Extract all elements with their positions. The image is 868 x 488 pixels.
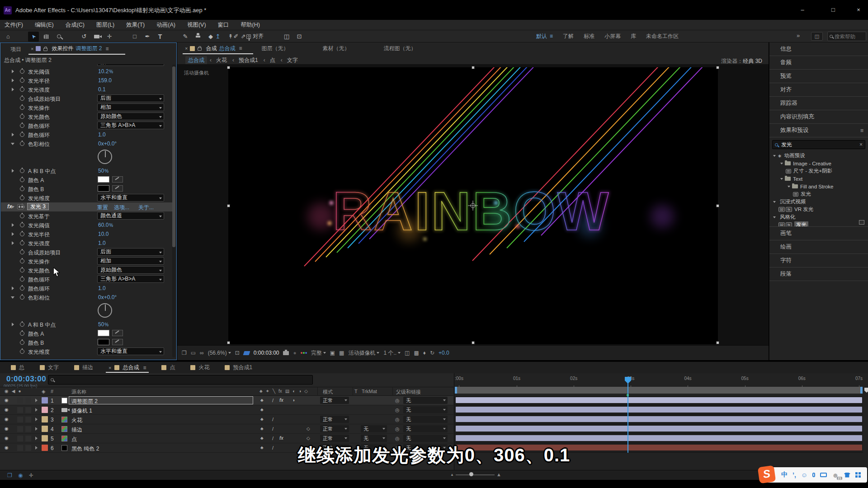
- property-value[interactable]: 60.0%: [98, 222, 113, 228]
- tree-item[interactable]: 沉浸式视频: [771, 198, 868, 206]
- parent-dropdown[interactable]: 无: [403, 425, 448, 432]
- camera-tool[interactable]: [91, 32, 102, 42]
- pickwhip-icon[interactable]: [395, 407, 400, 413]
- ime-emoji-button[interactable]: ☺: [801, 471, 807, 479]
- panel-menu-icon[interactable]: ≡: [105, 46, 108, 52]
- layer-duration-row[interactable]: [455, 396, 863, 405]
- effect-property-row[interactable]: 颜色 A: [1, 175, 173, 184]
- effect-property-row[interactable]: 颜色循环 三角形 A>B>A 三角形 A>B>A: [1, 121, 173, 130]
- property-value[interactable]: 10.2%: [98, 68, 113, 75]
- effect-property-row[interactable]: 颜色循环 三角形 A>B>A 三角形 A>B>A: [1, 275, 173, 284]
- fast-preview-icon[interactable]: ▩: [414, 350, 419, 356]
- current-time-display[interactable]: 0:00:03:00: [6, 375, 46, 384]
- tree-item[interactable]: Image - Creative: [771, 160, 868, 167]
- menu-item[interactable]: 编辑(E): [35, 21, 54, 29]
- menu-item[interactable]: 窗口: [218, 21, 229, 29]
- workspace-item[interactable]: 未命名工作区: [646, 33, 679, 40]
- breadcrumb-item[interactable]: 火花: [207, 56, 230, 65]
- quality-switch[interactable]: [272, 426, 274, 432]
- layer-color-chip[interactable]: [42, 397, 48, 404]
- zoom-in-icon[interactable]: ▲: [496, 472, 501, 477]
- eye-icon[interactable]: [5, 417, 9, 422]
- shape-tool[interactable]: □: [129, 32, 140, 42]
- twirl-icon[interactable]: [12, 232, 14, 236]
- ime-mic-button[interactable]: [812, 473, 815, 477]
- workspace-item[interactable]: 默认: [536, 33, 553, 40]
- stopwatch-icon[interactable]: [20, 123, 24, 128]
- close-tab-icon[interactable]: ×: [31, 46, 33, 52]
- stopwatch-icon[interactable]: [20, 187, 24, 191]
- property-value[interactable]: 1.0: [98, 285, 106, 291]
- eyedropper-icon[interactable]: [112, 339, 123, 345]
- stopwatch-icon[interactable]: [20, 223, 24, 227]
- twirl-icon[interactable]: [12, 223, 14, 227]
- layer-duration-row[interactable]: [455, 405, 863, 415]
- layer-duration-row[interactable]: [455, 424, 863, 434]
- eye-icon[interactable]: [5, 436, 9, 441]
- trkmat-dropdown[interactable]: 无: [361, 435, 387, 442]
- property-dropdown[interactable]: 原始颜色: [97, 266, 164, 274]
- color-swatch[interactable]: [98, 330, 109, 336]
- solo-toggle[interactable]: [25, 436, 31, 441]
- zoom-tool[interactable]: [53, 32, 64, 42]
- effect-property-row[interactable]: 发光操作 相加 相加: [1, 103, 173, 112]
- effect-property-row[interactable]: 颜色循环 1.0 1.0: [1, 284, 173, 293]
- property-dropdown[interactable]: 水平和垂直: [97, 194, 164, 202]
- home-icon[interactable]: ⌂: [3, 32, 14, 42]
- stopwatch-icon[interactable]: [20, 322, 24, 327]
- sogou-logo-icon[interactable]: S: [758, 465, 776, 484]
- clone-stamp-tool[interactable]: [193, 32, 203, 42]
- stopwatch-icon[interactable]: [20, 250, 24, 254]
- tool-separator[interactable]: [167, 32, 178, 42]
- reset-link[interactable]: 重置: [97, 204, 108, 211]
- property-value[interactable]: 0.1: [98, 86, 106, 93]
- shy-switch[interactable]: [260, 436, 264, 441]
- audio-toggle[interactable]: [17, 436, 23, 441]
- twirl-icon[interactable]: [12, 88, 14, 91]
- workspace-overflow-button[interactable]: »: [797, 32, 800, 39]
- breadcrumb-item[interactable]: 预合成1: [230, 56, 261, 65]
- property-dropdown[interactable]: 水平和垂直: [97, 347, 164, 355]
- audio-toggle[interactable]: [17, 426, 23, 432]
- breadcrumb-item[interactable]: 点: [261, 56, 278, 65]
- stopwatch-icon[interactable]: [20, 96, 24, 101]
- stopwatch-icon[interactable]: [20, 349, 24, 354]
- solo-toggle[interactable]: [25, 417, 31, 422]
- time-ruler[interactable]: :00s01s02s03s04s05s06s07s: [455, 376, 863, 385]
- ime-user-button[interactable]: 21: [832, 471, 839, 479]
- stopwatch-icon[interactable]: [20, 141, 24, 146]
- pickwhip-icon[interactable]: [395, 426, 400, 432]
- layer-twirl-icon[interactable]: [35, 427, 38, 431]
- stopwatch-icon[interactable]: [20, 169, 24, 173]
- property-dropdown[interactable]: 颜色通道: [97, 64, 164, 66]
- effect-property-row[interactable]: 发光阈值 60.0% 60.0: [1, 221, 173, 230]
- playhead-line[interactable]: [627, 377, 628, 453]
- selection-handle[interactable]: [227, 66, 230, 69]
- twirl-icon[interactable]: [12, 79, 14, 82]
- comp-marker-button[interactable]: [864, 388, 868, 393]
- effect-property-row[interactable]: [1, 148, 173, 166]
- panel-header[interactable]: 信息: [769, 42, 868, 56]
- menu-item[interactable]: 文件(F): [5, 21, 23, 29]
- blend-mode-dropdown[interactable]: 正常: [320, 435, 349, 442]
- region-icon[interactable]: ⊡: [294, 32, 305, 42]
- layer-name[interactable]: 点: [71, 436, 77, 443]
- menu-item[interactable]: 效果(T): [126, 21, 145, 29]
- stopwatch-icon[interactable]: [20, 268, 24, 272]
- eye-icon[interactable]: [5, 407, 9, 412]
- composition-canvas[interactable]: RAINBOW RAINBOW: [228, 67, 718, 344]
- layer-twirl-icon[interactable]: [35, 418, 38, 421]
- tree-item[interactable]: 发光: [771, 190, 868, 198]
- minimize-button[interactable]: –: [797, 5, 808, 15]
- parent-dropdown[interactable]: 无: [403, 406, 448, 413]
- ime-skin-button[interactable]: [844, 473, 850, 478]
- eyedropper-icon[interactable]: [112, 185, 123, 192]
- frame-blending-icon[interactable]: ❐: [7, 472, 12, 479]
- effect-property-row[interactable]: 色彩相位 0x+0.0° 0x+0.0°: [1, 293, 173, 302]
- twirl-icon[interactable]: [11, 296, 14, 299]
- effect-property-row[interactable]: 发光强度 0.1 0.1: [1, 85, 173, 94]
- stopwatch-icon[interactable]: [20, 69, 24, 74]
- property-value[interactable]: 50%: [98, 321, 108, 328]
- audio-toggle[interactable]: [17, 398, 23, 404]
- effects-search-box[interactable]: ×: [772, 140, 865, 149]
